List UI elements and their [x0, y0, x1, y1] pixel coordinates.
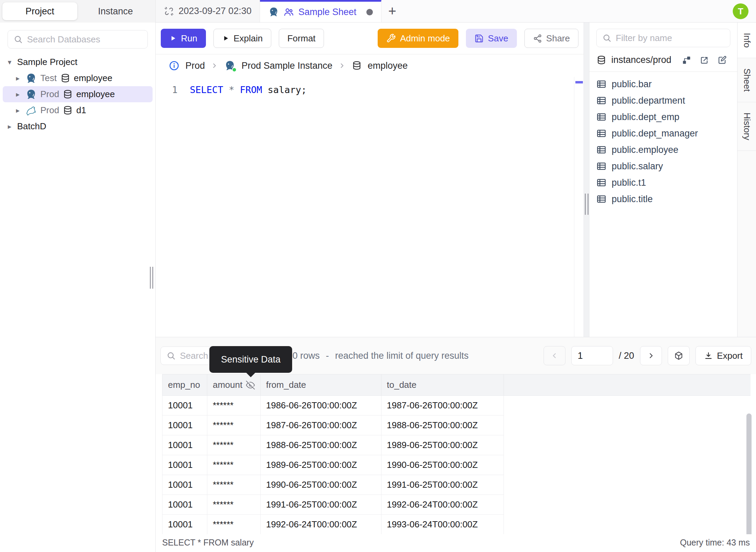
table-list: public.bar public.department public.dept… — [589, 72, 737, 211]
caret-down-icon[interactable]: ▾ — [5, 58, 14, 66]
panel-resize-handle[interactable] — [585, 194, 588, 215]
caret-right-icon[interactable]: ▸ — [14, 106, 22, 115]
table-icon — [596, 145, 607, 155]
table-row[interactable]: 10001******1986-06-26T00:00:00Z1987-06-2… — [162, 396, 751, 416]
export-button[interactable]: Export — [695, 346, 751, 365]
tab-info[interactable]: Info — [738, 23, 756, 58]
tree-node-test-employee[interactable]: ▸ Test employee — [3, 70, 153, 86]
format-button[interactable]: Format — [279, 29, 324, 48]
schema-diagram-icon[interactable] — [682, 55, 691, 65]
tab-sheet[interactable]: Sheet — [738, 58, 756, 102]
page-total: / 20 — [619, 351, 634, 361]
chevron-right-icon — [338, 62, 346, 69]
info-icon[interactable] — [169, 60, 180, 71]
table-item[interactable]: public.bar — [596, 76, 730, 92]
table-icon — [596, 128, 607, 139]
table-item[interactable]: public.salary — [596, 158, 730, 174]
database-label: employee — [76, 89, 115, 100]
environment-label: Test — [40, 73, 57, 83]
tab-history[interactable]: History — [738, 102, 756, 151]
tree-node-prod-employee[interactable]: ▸ Prod employee — [3, 86, 153, 102]
panel-divider[interactable] — [584, 23, 589, 337]
table-item[interactable]: public.department — [596, 92, 730, 109]
grid-scrollbar[interactable] — [746, 413, 752, 534]
table-row[interactable]: 10001******1991-06-25T00:00:00Z1992-06-2… — [162, 495, 751, 515]
column-header[interactable]: emp_no — [162, 374, 207, 396]
tree-node-sample-project[interactable]: ▾ Sample Project — [3, 54, 153, 70]
sidebar-resize-handle[interactable] — [150, 267, 153, 289]
external-link-icon[interactable] — [700, 55, 709, 65]
table-item[interactable]: public.t1 — [596, 174, 730, 191]
breadcrumb-database[interactable]: employee — [368, 61, 408, 71]
database-search[interactable] — [8, 30, 148, 49]
edit-icon[interactable] — [717, 55, 727, 65]
caret-right-icon[interactable]: ▸ — [14, 90, 22, 98]
add-tab-button[interactable]: + — [381, 0, 403, 22]
caret-right-icon[interactable]: ▸ — [5, 122, 14, 131]
tree-node-prod-d1[interactable]: ▸ Prod d1 — [3, 102, 153, 118]
content-row: Run Explain Format Admin mode — [156, 23, 756, 337]
table-row[interactable]: 10001******1988-06-25T00:00:00Z1989-06-2… — [162, 435, 751, 455]
project-node-label: BatchD — [17, 121, 46, 132]
sql-editor[interactable]: 1 SELECT * FROM salary; — [156, 77, 584, 337]
table-row[interactable]: 10001******1992-06-24T00:00:00Z1993-06-2… — [162, 515, 751, 535]
table-filter-input[interactable] — [616, 33, 725, 43]
table-row[interactable]: 10001******1990-06-25T00:00:00Z1991-06-2… — [162, 475, 751, 495]
tree-node-batchd[interactable]: ▸ BatchD — [3, 118, 153, 134]
table-row[interactable]: 10001******1989-06-25T00:00:00Z1990-06-2… — [162, 455, 751, 475]
column-header[interactable]: from_date — [260, 374, 381, 396]
share-button[interactable]: Share — [524, 29, 578, 48]
results-table: emp_no amount from_date to_date — [162, 374, 751, 534]
admin-mode-button[interactable]: Admin mode — [378, 29, 458, 48]
play-outline-icon — [222, 35, 230, 42]
user-avatar[interactable]: T — [733, 3, 748, 19]
minimap-code-mark — [575, 81, 583, 83]
executed-query-text: SELECT * FROM salary — [162, 538, 254, 548]
column-header-amount[interactable]: amount — [207, 374, 261, 396]
pager: / 20 Export — [544, 346, 751, 365]
query-time: Query time: 43 ms — [680, 538, 750, 548]
search-icon — [602, 33, 612, 43]
editor-minimap[interactable] — [574, 77, 584, 337]
tab-label: 2023-09-27 02:30 — [179, 6, 251, 16]
database-icon — [63, 89, 73, 100]
sensitive-data-tooltip: Sensitive Data — [209, 346, 292, 373]
breadcrumb-instance[interactable]: Prod Sample Instance — [242, 61, 333, 71]
table-item[interactable]: public.title — [596, 191, 730, 207]
table-item[interactable]: public.dept_manager — [596, 125, 730, 142]
table-filter[interactable] — [596, 29, 730, 47]
instance-status — [224, 60, 236, 71]
main-area: 2023-09-27 02:30 Sample Sheet + T — [156, 0, 756, 552]
tab-adhoc-sheet[interactable]: 2023-09-27 02:30 — [156, 0, 260, 22]
tab-instance[interactable]: Instance — [78, 2, 153, 20]
cube-button[interactable] — [668, 346, 690, 365]
database-label: d1 — [76, 105, 86, 116]
next-page-button[interactable] — [640, 346, 662, 365]
results-toolbar: 0 rows - reached the limit of query resu… — [156, 337, 756, 374]
database-label: employee — [74, 73, 113, 83]
save-button[interactable]: Save — [466, 29, 517, 48]
database-icon — [60, 73, 70, 83]
column-header[interactable]: to_date — [381, 374, 504, 396]
table-item[interactable]: public.dept_emp — [596, 109, 730, 125]
caret-right-icon[interactable]: ▸ — [14, 74, 22, 82]
chevron-right-icon — [211, 62, 218, 69]
search-icon — [13, 35, 23, 44]
project-node-label: Sample Project — [17, 57, 77, 67]
tab-sample-sheet[interactable]: Sample Sheet — [260, 0, 381, 22]
table-icon — [596, 161, 607, 171]
tab-project[interactable]: Project — [2, 2, 77, 20]
table-item[interactable]: public.employee — [596, 142, 730, 158]
breadcrumb-env[interactable]: Prod — [185, 61, 205, 71]
mysql-icon — [25, 105, 37, 116]
page-number-input[interactable] — [571, 346, 613, 365]
explain-button[interactable]: Explain — [213, 29, 271, 48]
database-search-input[interactable] — [27, 34, 142, 45]
table-icon — [596, 95, 607, 106]
schema-scope-label: instances/prod — [611, 55, 672, 65]
run-button[interactable]: Run — [161, 29, 206, 48]
table-row[interactable]: 10001******1987-06-26T00:00:00Z1988-06-2… — [162, 416, 751, 435]
database-icon — [596, 55, 607, 65]
prev-page-button[interactable] — [544, 346, 565, 365]
tab-label: Sample Sheet — [298, 7, 356, 17]
